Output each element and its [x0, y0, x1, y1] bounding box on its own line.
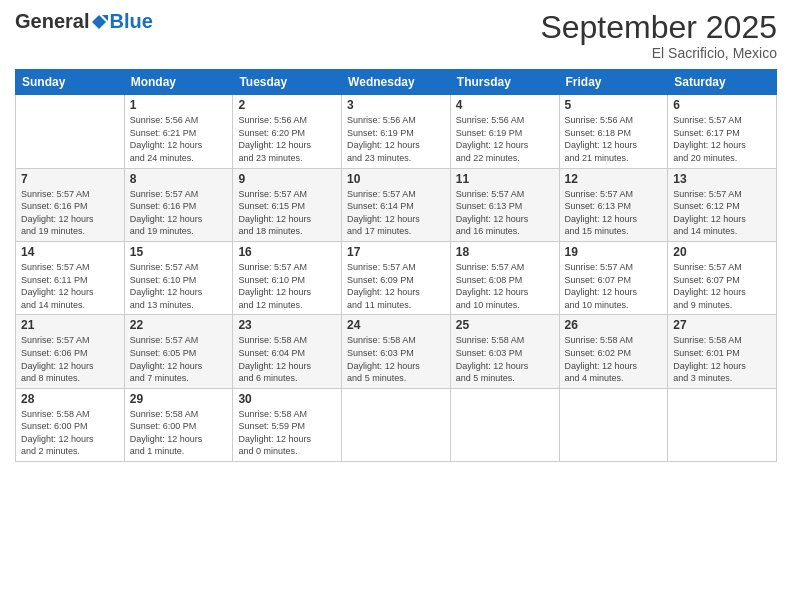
- calendar-day-cell: 29Sunrise: 5:58 AM Sunset: 6:00 PM Dayli…: [124, 388, 233, 461]
- day-number: 22: [130, 318, 228, 332]
- day-number: 25: [456, 318, 554, 332]
- day-number: 20: [673, 245, 771, 259]
- day-info: Sunrise: 5:57 AM Sunset: 6:13 PM Dayligh…: [456, 188, 554, 238]
- calendar-day-header: Friday: [559, 70, 668, 95]
- header: General Blue September 2025 El Sacrifici…: [15, 10, 777, 61]
- day-info: Sunrise: 5:56 AM Sunset: 6:19 PM Dayligh…: [347, 114, 445, 164]
- day-number: 10: [347, 172, 445, 186]
- day-number: 12: [565, 172, 663, 186]
- calendar-day-cell: 1Sunrise: 5:56 AM Sunset: 6:21 PM Daylig…: [124, 95, 233, 168]
- day-number: 30: [238, 392, 336, 406]
- calendar-day-cell: [16, 95, 125, 168]
- day-number: 1: [130, 98, 228, 112]
- calendar-day-cell: [342, 388, 451, 461]
- day-number: 4: [456, 98, 554, 112]
- calendar-week-row: 7Sunrise: 5:57 AM Sunset: 6:16 PM Daylig…: [16, 168, 777, 241]
- calendar-day-cell: 12Sunrise: 5:57 AM Sunset: 6:13 PM Dayli…: [559, 168, 668, 241]
- calendar-day-header: Wednesday: [342, 70, 451, 95]
- calendar-day-cell: 22Sunrise: 5:57 AM Sunset: 6:05 PM Dayli…: [124, 315, 233, 388]
- day-number: 13: [673, 172, 771, 186]
- calendar-week-row: 14Sunrise: 5:57 AM Sunset: 6:11 PM Dayli…: [16, 241, 777, 314]
- calendar-week-row: 21Sunrise: 5:57 AM Sunset: 6:06 PM Dayli…: [16, 315, 777, 388]
- day-info: Sunrise: 5:58 AM Sunset: 6:01 PM Dayligh…: [673, 334, 771, 384]
- calendar-day-cell: [450, 388, 559, 461]
- day-info: Sunrise: 5:57 AM Sunset: 6:16 PM Dayligh…: [21, 188, 119, 238]
- calendar-day-header: Monday: [124, 70, 233, 95]
- month-title: September 2025: [540, 10, 777, 45]
- calendar-day-cell: 15Sunrise: 5:57 AM Sunset: 6:10 PM Dayli…: [124, 241, 233, 314]
- day-info: Sunrise: 5:57 AM Sunset: 6:11 PM Dayligh…: [21, 261, 119, 311]
- calendar-day-cell: 13Sunrise: 5:57 AM Sunset: 6:12 PM Dayli…: [668, 168, 777, 241]
- calendar-day-cell: 5Sunrise: 5:56 AM Sunset: 6:18 PM Daylig…: [559, 95, 668, 168]
- day-info: Sunrise: 5:57 AM Sunset: 6:07 PM Dayligh…: [673, 261, 771, 311]
- day-number: 17: [347, 245, 445, 259]
- logo: General Blue: [15, 10, 153, 33]
- calendar-day-cell: 21Sunrise: 5:57 AM Sunset: 6:06 PM Dayli…: [16, 315, 125, 388]
- calendar-day-cell: 24Sunrise: 5:58 AM Sunset: 6:03 PM Dayli…: [342, 315, 451, 388]
- day-info: Sunrise: 5:57 AM Sunset: 6:12 PM Dayligh…: [673, 188, 771, 238]
- calendar-header-row: SundayMondayTuesdayWednesdayThursdayFrid…: [16, 70, 777, 95]
- day-info: Sunrise: 5:57 AM Sunset: 6:07 PM Dayligh…: [565, 261, 663, 311]
- calendar-day-cell: [668, 388, 777, 461]
- day-info: Sunrise: 5:57 AM Sunset: 6:15 PM Dayligh…: [238, 188, 336, 238]
- calendar-day-cell: 18Sunrise: 5:57 AM Sunset: 6:08 PM Dayli…: [450, 241, 559, 314]
- day-info: Sunrise: 5:57 AM Sunset: 6:10 PM Dayligh…: [238, 261, 336, 311]
- day-number: 21: [21, 318, 119, 332]
- calendar-day-header: Saturday: [668, 70, 777, 95]
- day-number: 14: [21, 245, 119, 259]
- logo-general-text: General: [15, 10, 89, 33]
- day-number: 2: [238, 98, 336, 112]
- calendar-day-cell: 4Sunrise: 5:56 AM Sunset: 6:19 PM Daylig…: [450, 95, 559, 168]
- day-info: Sunrise: 5:58 AM Sunset: 6:03 PM Dayligh…: [347, 334, 445, 384]
- day-info: Sunrise: 5:57 AM Sunset: 6:16 PM Dayligh…: [130, 188, 228, 238]
- calendar-day-cell: 19Sunrise: 5:57 AM Sunset: 6:07 PM Dayli…: [559, 241, 668, 314]
- day-info: Sunrise: 5:57 AM Sunset: 6:09 PM Dayligh…: [347, 261, 445, 311]
- day-number: 18: [456, 245, 554, 259]
- day-info: Sunrise: 5:58 AM Sunset: 6:00 PM Dayligh…: [21, 408, 119, 458]
- day-number: 24: [347, 318, 445, 332]
- calendar-day-cell: 6Sunrise: 5:57 AM Sunset: 6:17 PM Daylig…: [668, 95, 777, 168]
- day-number: 23: [238, 318, 336, 332]
- day-info: Sunrise: 5:57 AM Sunset: 6:05 PM Dayligh…: [130, 334, 228, 384]
- day-info: Sunrise: 5:58 AM Sunset: 5:59 PM Dayligh…: [238, 408, 336, 458]
- calendar-day-cell: 28Sunrise: 5:58 AM Sunset: 6:00 PM Dayli…: [16, 388, 125, 461]
- day-info: Sunrise: 5:56 AM Sunset: 6:20 PM Dayligh…: [238, 114, 336, 164]
- calendar: SundayMondayTuesdayWednesdayThursdayFrid…: [15, 69, 777, 462]
- calendar-day-cell: 9Sunrise: 5:57 AM Sunset: 6:15 PM Daylig…: [233, 168, 342, 241]
- day-number: 26: [565, 318, 663, 332]
- calendar-day-cell: 25Sunrise: 5:58 AM Sunset: 6:03 PM Dayli…: [450, 315, 559, 388]
- svg-marker-0: [92, 15, 106, 29]
- calendar-day-cell: 30Sunrise: 5:58 AM Sunset: 5:59 PM Dayli…: [233, 388, 342, 461]
- calendar-day-header: Sunday: [16, 70, 125, 95]
- calendar-day-cell: [559, 388, 668, 461]
- calendar-day-header: Tuesday: [233, 70, 342, 95]
- calendar-day-header: Thursday: [450, 70, 559, 95]
- day-number: 19: [565, 245, 663, 259]
- day-number: 11: [456, 172, 554, 186]
- calendar-week-row: 1Sunrise: 5:56 AM Sunset: 6:21 PM Daylig…: [16, 95, 777, 168]
- calendar-day-cell: 7Sunrise: 5:57 AM Sunset: 6:16 PM Daylig…: [16, 168, 125, 241]
- calendar-day-cell: 27Sunrise: 5:58 AM Sunset: 6:01 PM Dayli…: [668, 315, 777, 388]
- day-number: 5: [565, 98, 663, 112]
- day-number: 6: [673, 98, 771, 112]
- calendar-day-cell: 11Sunrise: 5:57 AM Sunset: 6:13 PM Dayli…: [450, 168, 559, 241]
- day-info: Sunrise: 5:58 AM Sunset: 6:04 PM Dayligh…: [238, 334, 336, 384]
- day-info: Sunrise: 5:56 AM Sunset: 6:21 PM Dayligh…: [130, 114, 228, 164]
- calendar-day-cell: 3Sunrise: 5:56 AM Sunset: 6:19 PM Daylig…: [342, 95, 451, 168]
- day-info: Sunrise: 5:58 AM Sunset: 6:03 PM Dayligh…: [456, 334, 554, 384]
- day-number: 27: [673, 318, 771, 332]
- day-info: Sunrise: 5:57 AM Sunset: 6:14 PM Dayligh…: [347, 188, 445, 238]
- day-info: Sunrise: 5:57 AM Sunset: 6:17 PM Dayligh…: [673, 114, 771, 164]
- calendar-day-cell: 10Sunrise: 5:57 AM Sunset: 6:14 PM Dayli…: [342, 168, 451, 241]
- day-number: 7: [21, 172, 119, 186]
- day-info: Sunrise: 5:58 AM Sunset: 6:02 PM Dayligh…: [565, 334, 663, 384]
- day-info: Sunrise: 5:57 AM Sunset: 6:13 PM Dayligh…: [565, 188, 663, 238]
- location: El Sacrificio, Mexico: [540, 45, 777, 61]
- logo-blue-text: Blue: [109, 10, 152, 33]
- day-info: Sunrise: 5:56 AM Sunset: 6:18 PM Dayligh…: [565, 114, 663, 164]
- title-block: September 2025 El Sacrificio, Mexico: [540, 10, 777, 61]
- day-number: 9: [238, 172, 336, 186]
- calendar-day-cell: 2Sunrise: 5:56 AM Sunset: 6:20 PM Daylig…: [233, 95, 342, 168]
- calendar-week-row: 28Sunrise: 5:58 AM Sunset: 6:00 PM Dayli…: [16, 388, 777, 461]
- calendar-day-cell: 17Sunrise: 5:57 AM Sunset: 6:09 PM Dayli…: [342, 241, 451, 314]
